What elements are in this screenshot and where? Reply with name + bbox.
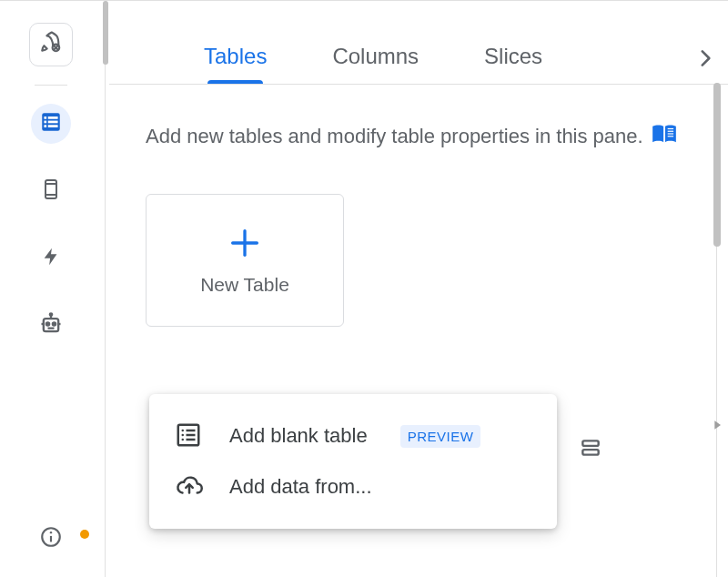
data-icon (39, 110, 63, 137)
svg-rect-7 (48, 121, 58, 124)
rocket-icon (39, 31, 63, 58)
pane-description: Add new tables and modify table properti… (109, 85, 728, 152)
svg-rect-8 (44, 125, 46, 127)
book-icon[interactable] (651, 124, 678, 152)
sidebar-item-bot[interactable] (31, 306, 71, 346)
svg-point-33 (182, 434, 185, 437)
sidebar-item-data[interactable] (31, 104, 71, 144)
svg-rect-38 (582, 440, 598, 445)
notification-dot-icon (80, 530, 89, 539)
scrollbar-thumb[interactable] (713, 83, 721, 247)
svg-rect-9 (48, 125, 58, 127)
new-table-card[interactable]: New Table (146, 194, 344, 327)
svg-rect-5 (48, 116, 58, 119)
sidebar-item-rocket[interactable] (29, 23, 73, 66)
svg-point-23 (50, 531, 52, 533)
menu-item-label: Add data from... (229, 475, 372, 499)
tab-slices[interactable]: Slices (484, 44, 542, 80)
menu-item-label: Add blank table (229, 424, 368, 448)
device-icon (40, 177, 62, 206)
tab-tables[interactable]: Tables (204, 44, 267, 80)
panel-divider[interactable] (102, 1, 109, 577)
svg-point-31 (182, 430, 185, 432)
sidebar (0, 1, 102, 577)
triangle-right-icon (710, 421, 724, 437)
bot-icon (38, 311, 64, 340)
new-table-menu: Add blank table PREVIEW Add data from... (149, 394, 557, 529)
pane-description-text: Add new tables and modify table properti… (146, 125, 643, 147)
svg-point-35 (182, 439, 185, 441)
menu-add-blank-table[interactable]: Add blank table PREVIEW (149, 410, 557, 461)
table-list-icon (175, 421, 204, 450)
panel-collapse-right[interactable] (710, 416, 724, 438)
bolt-icon (41, 245, 61, 272)
sidebar-item-device[interactable] (31, 171, 71, 211)
layout-toggle-button[interactable] (579, 436, 602, 463)
menu-add-data-from[interactable]: Add data from... (149, 461, 557, 512)
tabs: Tables Columns Slices (109, 39, 728, 85)
plus-icon (227, 225, 263, 265)
cloud-upload-icon (175, 472, 204, 501)
chevron-right-icon (693, 57, 717, 73)
svg-point-14 (46, 322, 49, 325)
sidebar-divider (35, 85, 67, 86)
tabs-scroll-right[interactable] (693, 46, 717, 74)
main-scrollbar[interactable] (712, 83, 723, 577)
svg-rect-6 (44, 121, 46, 124)
svg-rect-39 (582, 450, 598, 454)
tab-columns[interactable]: Columns (332, 44, 419, 80)
svg-point-15 (53, 322, 56, 325)
svg-rect-4 (44, 116, 46, 119)
svg-point-18 (50, 313, 52, 315)
new-table-label: New Table (200, 274, 289, 296)
scrollbar-thumb[interactable] (103, 1, 108, 65)
rows-layout-icon (579, 447, 602, 462)
sidebar-item-automation[interactable] (31, 238, 71, 278)
sidebar-item-info[interactable] (31, 519, 71, 559)
info-icon (39, 525, 63, 552)
preview-badge: PREVIEW (400, 425, 481, 448)
